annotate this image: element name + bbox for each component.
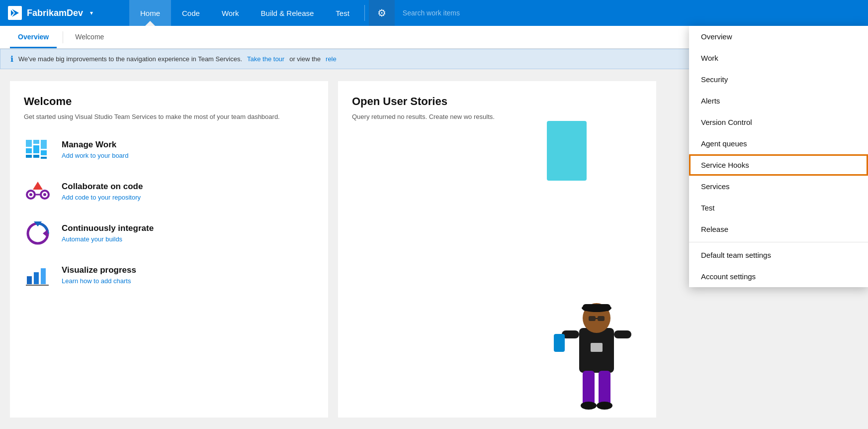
- svg-point-31: [581, 402, 597, 410]
- svg-rect-8: [41, 150, 47, 155]
- visualize-icon: [24, 261, 52, 289]
- visualize-heading: Visualize progress: [62, 265, 136, 275]
- user-stories-subtitle: Query returned no results. Create new wo…: [352, 112, 642, 122]
- integrate-text: Continuously integrate Automate your bui…: [62, 223, 154, 243]
- visualize-text: Visualize progress Learn how to add char…: [62, 265, 136, 285]
- user-stories-card: Open User Stories Query returned no resu…: [338, 81, 656, 418]
- nav-build-release[interactable]: Build & Release: [250, 0, 325, 26]
- dropdown-item-agent-queues[interactable]: Agent queues: [689, 133, 868, 154]
- settings-dropdown-menu: Overview Work Security Alerts Version Co…: [689, 26, 868, 287]
- nav-divider: [364, 5, 365, 21]
- svg-rect-3: [26, 155, 32, 158]
- svg-rect-29: [583, 371, 595, 406]
- svg-point-14: [43, 193, 46, 196]
- dropdown-divider: [689, 242, 868, 242]
- visualize-item: Visualize progress Learn how to add char…: [24, 261, 314, 289]
- welcome-card: Welcome Get started using Visual Studio …: [10, 81, 328, 418]
- visualize-link[interactable]: Learn how to add charts: [62, 277, 136, 285]
- svg-rect-36: [591, 343, 603, 352]
- dropdown-item-services[interactable]: Services: [689, 176, 868, 197]
- svg-rect-6: [33, 155, 39, 158]
- nav-work[interactable]: Work: [211, 0, 250, 26]
- svg-rect-19: [34, 272, 39, 284]
- manage-work-link[interactable]: Add work to your board: [62, 152, 128, 159]
- search-area[interactable]: [395, 9, 868, 17]
- nav-links: Home Code Work Build & Release Test: [129, 0, 360, 26]
- manage-work-heading: Manage Work: [62, 140, 128, 150]
- svg-rect-25: [583, 304, 610, 311]
- svg-rect-30: [599, 371, 610, 406]
- dropdown-item-release[interactable]: Release: [689, 218, 868, 240]
- svg-rect-2: [26, 148, 32, 153]
- svg-marker-10: [33, 182, 43, 190]
- nav-code[interactable]: Code: [171, 0, 211, 26]
- take-tour-link[interactable]: Take the tour: [247, 55, 284, 63]
- svg-rect-26: [589, 316, 596, 321]
- gear-icon: ⚙: [377, 7, 386, 19]
- dropdown-item-alerts[interactable]: Alerts: [689, 90, 868, 111]
- dropdown-item-service-hooks[interactable]: Service Hooks: [689, 154, 868, 176]
- svg-rect-5: [33, 145, 39, 153]
- info-connector: or view the: [289, 55, 321, 63]
- collaborate-code-item: Collaborate on code Add code to your rep…: [24, 178, 314, 206]
- brand-name: FabrikamDev: [27, 8, 83, 18]
- visual-studio-logo: [8, 6, 22, 20]
- dropdown-item-account-settings[interactable]: Account settings: [689, 266, 868, 287]
- welcome-card-title: Welcome: [24, 95, 314, 108]
- svg-rect-18: [27, 276, 32, 284]
- svg-point-32: [597, 402, 612, 410]
- collaborate-heading: Collaborate on code: [62, 182, 143, 192]
- collaborate-text: Collaborate on code Add code to your rep…: [62, 182, 143, 201]
- tab-separator: [63, 31, 63, 43]
- welcome-card-subtitle: Get started using Visual Studio Team Ser…: [24, 112, 314, 122]
- collaborate-link[interactable]: Add code to your repository: [62, 194, 143, 201]
- tab-overview[interactable]: Overview: [10, 33, 57, 48]
- svg-point-13: [29, 193, 32, 196]
- integrate-icon: [24, 219, 52, 247]
- teal-accent-block: [547, 121, 587, 181]
- integrate-link[interactable]: Automate your builds: [62, 235, 154, 243]
- svg-rect-7: [41, 140, 47, 149]
- svg-rect-20: [41, 268, 46, 284]
- dropdown-item-security[interactable]: Security: [689, 69, 868, 90]
- svg-rect-27: [598, 316, 605, 321]
- dropdown-item-overview[interactable]: Overview: [689, 26, 868, 47]
- svg-rect-34: [614, 330, 631, 338]
- svg-rect-35: [554, 334, 565, 352]
- manage-work-text: Manage Work Add work to your board: [62, 140, 128, 159]
- dropdown-item-test[interactable]: Test: [689, 197, 868, 218]
- tab-welcome[interactable]: Welcome: [67, 33, 112, 48]
- search-input[interactable]: [403, 9, 860, 17]
- board-svg: [24, 136, 52, 164]
- dropdown-item-default-team-settings[interactable]: Default team settings: [689, 244, 868, 266]
- integrate-heading: Continuously integrate: [62, 223, 154, 233]
- nav-home[interactable]: Home: [129, 0, 171, 26]
- svg-rect-1: [26, 140, 32, 147]
- nav-test[interactable]: Test: [325, 0, 360, 26]
- info-icon: ℹ: [10, 54, 13, 64]
- integrate-item: Continuously integrate Automate your bui…: [24, 219, 314, 247]
- settings-gear-button[interactable]: ⚙: [369, 0, 395, 26]
- character-illustration: [547, 278, 646, 418]
- dropdown-item-version-control[interactable]: Version Control: [689, 111, 868, 133]
- svg-rect-9: [41, 157, 47, 159]
- svg-marker-17: [43, 229, 48, 237]
- user-stories-title: Open User Stories: [352, 95, 642, 108]
- brand-dropdown-icon[interactable]: ▾: [90, 9, 93, 16]
- dropdown-item-work[interactable]: Work: [689, 47, 868, 69]
- release-link[interactable]: rele: [326, 55, 337, 63]
- info-text: We've made big improvements to the navig…: [18, 55, 242, 63]
- top-navigation: FabrikamDev ▾ Home Code Work Build & Rel…: [0, 0, 868, 26]
- manage-work-icon: [24, 136, 52, 164]
- manage-work-item: Manage Work Add work to your board: [24, 136, 314, 164]
- svg-rect-4: [33, 140, 39, 144]
- brand-area[interactable]: FabrikamDev ▾: [0, 6, 129, 20]
- collaborate-icon: [24, 178, 52, 206]
